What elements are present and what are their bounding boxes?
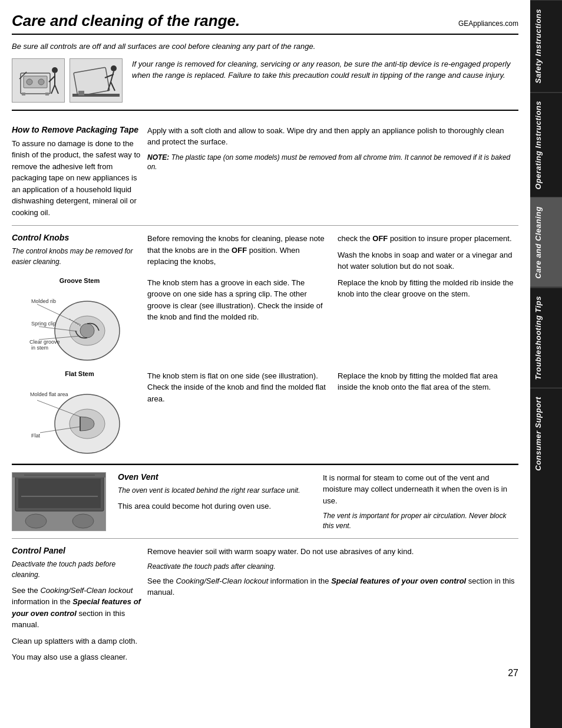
svg-line-10 [55,85,58,94]
warning-images [12,58,123,103]
intro-text: Be sure all controls are off and all sur… [12,41,518,52]
oven-vent-right-para1: It is normal for steam to come out of th… [323,472,518,507]
page-header: Care and cleaning of the range. GEApplia… [12,12,518,35]
control-knobs-subtitle: The control knobs may be removed for eas… [12,246,147,267]
svg-text:Molded rib: Molded rib [31,298,56,304]
control-panel-p1: See the Cooking/Self-Clean lockout infor… [12,585,141,631]
groove-text-left: The knob stem has a groove in each side.… [147,277,328,323]
packaging-tape-note: NOTE: The plastic tape (on some models) … [147,153,518,173]
svg-point-2 [27,79,32,85]
control-panel-right: Remove heavier soil with warm soapy wate… [147,546,518,663]
control-knobs-wash: Wash the knobs in soap and water or a vi… [338,249,518,272]
control-panel-left: Control Panel Deactivate the touch pads … [12,546,147,663]
control-panel-p3: You may also use a glass cleaner. [12,651,141,663]
control-panel-p2: Clean up splatters with a damp cloth. [12,635,141,647]
control-panel-right-col1: Remove heavier soil with warm soapy wate… [147,546,518,663]
svg-line-9 [51,85,55,94]
oven-vent-note: The vent is important for proper air cir… [323,511,518,531]
svg-point-12 [111,65,117,71]
svg-point-42 [72,514,94,528]
flat-text-right: Replace the knob by fitting the molded f… [338,370,518,393]
tipping-warning-image-1 [12,58,65,103]
control-panel-right-p1: Remove heavier soil with warm soapy wate… [147,546,518,558]
ge-website: GEAppliances.com [458,19,518,28]
control-knobs-header-right: Before removing the knobs for cleaning, … [147,233,518,272]
page-title: Care and cleaning of the range. [12,12,240,30]
note-body: The plastic tape (on some models) must b… [147,153,510,172]
warning-section: If your range is removed for cleaning, s… [12,58,518,111]
packaging-tape-right-text: Apply with a soft cloth and allow to soa… [147,125,518,148]
svg-rect-18 [78,91,84,95]
cooking-lockout-ref: Cooking/Self-Clean lockout [40,586,133,595]
svg-line-13 [111,71,114,82]
flat-text-left: The knob stem is flat on one side (see i… [147,370,328,405]
flat-stem-text-right: Replace the knob by fitting the molded f… [338,370,518,456]
control-panel-right-p2: See the Cooking/Self-Clean lockout infor… [147,575,518,598]
groove-stem-label: Groove Stem [12,277,147,284]
groove-stem-image: Molded rib Spring clip Clear groove in s… [28,286,131,363]
sidebar-item-troubleshooting[interactable]: Troubleshooting Tips [530,287,562,388]
groove-stem-text-left: The knob stem has a groove in each side.… [147,277,328,363]
off-label-2: OFF [372,234,388,243]
control-knobs-title: Control Knobs [12,233,147,242]
oven-vent-section: Oven Vent The oven vent is located behin… [12,464,518,539]
groove-stem-text-right: Replace the knob by fitting the molded r… [338,277,518,363]
special-features-ref: Special features of your oven control [12,597,141,618]
svg-point-3 [38,79,44,85]
control-panel-subtitle: Deactivate the touch pads before cleanin… [12,559,141,580]
oven-vent-left [12,472,118,531]
sidebar-item-safety[interactable]: Safety Instructions [530,0,562,92]
svg-text:Molded flat area: Molded flat area [30,391,68,397]
flat-stem-row: Flat Stem Molded flat area [12,370,518,456]
svg-text:Spring clip: Spring clip [31,321,56,327]
warning-text: If your range is removed for cleaning, s… [132,58,518,81]
svg-point-6 [52,67,58,73]
control-knobs-header-left: Control Knobs The control knobs may be r… [12,233,147,272]
control-panel-note: Reactivate the touch pads after cleaning… [147,562,518,572]
off-label-1: OFF [232,246,247,255]
sidebar-item-consumer[interactable]: Consumer Support [530,388,562,479]
flat-stem-diagram: Flat Stem Molded flat area [12,370,147,456]
oven-vent-para1: This area could become hot during oven u… [118,500,313,512]
svg-line-16 [111,82,115,91]
groove-stem-text: The knob stem has a groove in each side.… [147,277,518,363]
svg-rect-39 [18,479,101,508]
special-features-ref2: Special features of your oven control [331,577,466,585]
packaging-tape-right-col1: Apply with a soft cloth and allow to soa… [147,125,518,219]
packaging-tape-left-text: To assure no damage is done to the finis… [12,138,141,219]
packaging-tape-right: Apply with a soft cloth and allow to soa… [147,125,518,219]
svg-text:Flat: Flat [31,433,41,439]
oven-vent-image [12,472,106,531]
svg-text:in stem: in stem [31,345,48,351]
control-knobs-para1-left: Before removing the knobs for cleaning, … [147,233,328,272]
packaging-tape-section: How to Remove Packaging Tape To assure n… [12,118,518,226]
svg-rect-4 [22,93,25,95]
sidebar-item-operating[interactable]: Operating Instructions [530,92,562,197]
oven-vent-subtitle: The oven vent is located behind the righ… [118,485,313,496]
note-label: NOTE: [147,153,169,162]
packaging-tape-left: How to Remove Packaging Tape To assure n… [12,125,147,219]
sidebar-item-care[interactable]: Care and Cleaning [530,197,562,287]
flat-stem-image: Molded flat area Flat [28,380,131,456]
control-panel-title: Control Panel [12,546,141,555]
control-knobs-para1-right: check the OFF position to insure proper … [338,233,518,272]
oven-vent-right: Oven Vent The oven vent is located behin… [118,472,518,531]
control-knobs-p1: Before removing the knobs for cleaning, … [147,233,328,268]
main-content: Care and cleaning of the range. GEApplia… [0,0,530,728]
cooking-lockout-ref2: Cooking/Self-Clean lockout [176,577,268,585]
oven-vent-right-col2: It is normal for steam to come out of th… [323,472,518,531]
svg-point-41 [25,514,47,528]
tipping-warning-image-2 [70,58,123,103]
svg-point-21 [80,324,94,338]
oven-vent-right-col1: Oven Vent The oven vent is located behin… [118,472,313,531]
groove-stem-diagram: Groove Stem [12,277,147,363]
flat-stem-label: Flat Stem [12,370,147,377]
svg-text:Clear groove: Clear groove [29,339,60,345]
sidebar: Safety Instructions Operating Instructio… [530,0,562,728]
flat-stem-text: The knob stem is flat on one side (see i… [147,370,518,456]
svg-rect-5 [45,93,49,95]
page-number: 27 [12,668,518,678]
control-knobs-p1-right: check the OFF position to insure proper … [338,233,518,245]
flat-stem-text-left: The knob stem is flat on one side (see i… [147,370,328,456]
groove-text-right: Replace the knob by fitting the molded r… [338,277,518,300]
